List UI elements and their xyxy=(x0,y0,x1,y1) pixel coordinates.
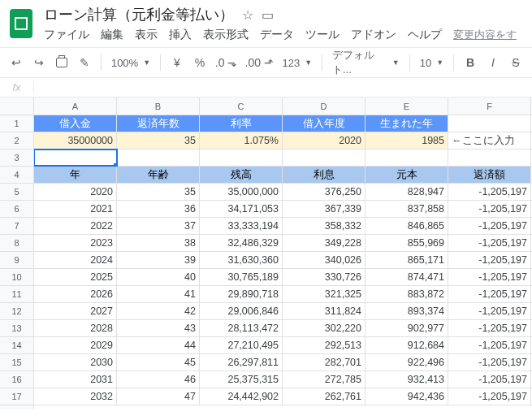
cell[interactable]: 生まれた年 xyxy=(365,115,448,132)
cell[interactable]: 28,113,472 xyxy=(200,320,283,336)
cell[interactable]: 874,471 xyxy=(365,269,448,285)
cell[interactable]: 35,000,000 xyxy=(200,184,283,200)
row-header[interactable]: 11 xyxy=(0,286,33,303)
cell[interactable]: 27,210,495 xyxy=(200,337,283,353)
cell[interactable]: 292,513 xyxy=(283,337,365,353)
cell[interactable]: 40 xyxy=(117,269,200,285)
cell[interactable]: 282,701 xyxy=(283,354,365,370)
cell[interactable]: 932,413 xyxy=(365,371,448,388)
menu-format[interactable]: 表示形式 xyxy=(203,28,249,42)
cell[interactable]: 272,785 xyxy=(283,371,365,388)
row-header[interactable]: 17 xyxy=(0,388,33,405)
row-header[interactable]: 15 xyxy=(0,354,33,371)
cell[interactable]: -1,205,197 xyxy=(448,201,531,217)
cell[interactable]: 38 xyxy=(117,235,200,251)
cell[interactable]: 330,726 xyxy=(283,269,365,285)
cell[interactable]: 855,969 xyxy=(365,235,448,251)
cell[interactable]: 2022 xyxy=(34,218,117,234)
font-select[interactable]: デフォルト...▼ xyxy=(329,48,403,77)
italic-button[interactable]: I xyxy=(483,52,503,73)
cell[interactable]: -1,205,197 xyxy=(448,235,531,251)
row-header[interactable]: 2 xyxy=(0,132,33,150)
cell[interactable]: 2030 xyxy=(34,354,117,370)
change-history-link[interactable]: 変更内容をす xyxy=(453,28,517,42)
cell[interactable]: 2027 xyxy=(34,303,117,319)
row-header[interactable]: 6 xyxy=(0,201,33,218)
cell[interactable]: -1,205,197 xyxy=(448,303,531,319)
cell[interactable] xyxy=(448,115,531,132)
percent-button[interactable]: % xyxy=(190,52,210,73)
menu-tools[interactable]: ツール xyxy=(305,28,340,42)
cell[interactable]: 46 xyxy=(117,371,200,388)
cell[interactable]: 2025 xyxy=(34,269,117,285)
print-icon[interactable] xyxy=(52,52,71,73)
cell[interactable] xyxy=(448,150,531,166)
cell[interactable]: 26,297,811 xyxy=(200,354,283,370)
cell[interactable]: -1,205,197 xyxy=(448,354,531,370)
cell[interactable] xyxy=(200,150,283,166)
select-all-corner[interactable] xyxy=(0,98,34,115)
row-header[interactable]: 13 xyxy=(0,320,33,337)
cell[interactable]: 45 xyxy=(117,354,200,370)
cell[interactable]: 29,006,846 xyxy=(200,303,283,319)
cell[interactable]: -1,205,197 xyxy=(448,371,531,388)
cell[interactable]: 35 xyxy=(117,184,200,200)
col-header[interactable]: C xyxy=(200,98,283,115)
menu-help[interactable]: ヘルプ xyxy=(408,28,442,42)
cell[interactable]: -1,205,197 xyxy=(448,252,531,268)
cell[interactable]: 311,824 xyxy=(283,303,365,319)
cell[interactable]: 846,865 xyxy=(365,218,448,234)
row-header[interactable]: 8 xyxy=(0,235,33,252)
cell[interactable]: 31,630,360 xyxy=(200,252,283,268)
row-header[interactable]: 16 xyxy=(0,371,33,388)
cell[interactable]: 43 xyxy=(117,320,200,336)
cell[interactable]: 2021 xyxy=(34,201,117,217)
cell[interactable]: 借入金 xyxy=(34,115,117,132)
cell[interactable]: 837,858 xyxy=(365,201,448,217)
col-header[interactable]: B xyxy=(117,98,200,115)
cell[interactable]: 返済額 xyxy=(448,167,531,183)
cell[interactable]: 2024 xyxy=(34,252,117,268)
cell[interactable]: -1,205,197 xyxy=(448,184,531,200)
cell[interactable]: 37 xyxy=(117,218,200,234)
formula-input[interactable] xyxy=(34,81,532,93)
cell[interactable]: 302,220 xyxy=(283,320,365,336)
cell[interactable]: 25,375,315 xyxy=(200,371,283,388)
row-header[interactable]: 10 xyxy=(0,269,33,286)
cell[interactable]: -1,205,197 xyxy=(448,337,531,353)
menu-file[interactable]: ファイル xyxy=(44,28,89,42)
font-size-select[interactable]: 10▼ xyxy=(417,57,447,69)
cell[interactable]: 922,496 xyxy=(365,354,448,370)
cell[interactable]: 41 xyxy=(117,286,200,302)
row-header[interactable]: 3 xyxy=(0,150,33,167)
row-header[interactable]: 14 xyxy=(0,337,33,354)
cell[interactable]: 349,228 xyxy=(283,235,365,251)
move-folder-icon[interactable]: ▭ xyxy=(262,7,274,23)
cell[interactable]: -1,205,197 xyxy=(448,320,531,336)
cell[interactable]: 893,374 xyxy=(365,303,448,319)
undo-icon[interactable]: ↩ xyxy=(6,52,26,73)
cell[interactable]: -1,205,197 xyxy=(448,218,531,234)
cell[interactable]: 262,761 xyxy=(283,388,365,405)
cell[interactable]: 33,333,194 xyxy=(200,218,283,234)
star-icon[interactable]: ☆ xyxy=(242,7,253,23)
row-header[interactable]: 12 xyxy=(0,303,33,320)
row-header[interactable]: 1 xyxy=(0,115,33,132)
row-header[interactable]: 4 xyxy=(0,167,33,184)
grid[interactable]: 借入金返済年数利率借入年度生まれた年35000000351.075%202019… xyxy=(34,115,532,410)
cell[interactable]: 912,684 xyxy=(365,337,448,353)
cell[interactable] xyxy=(283,150,365,166)
cell[interactable] xyxy=(365,150,448,166)
row-header[interactable]: 7 xyxy=(0,218,33,235)
zoom-select[interactable]: 100%▼ xyxy=(108,57,154,69)
cell[interactable]: 321,325 xyxy=(283,286,365,302)
strike-button[interactable]: S xyxy=(506,52,526,73)
cell[interactable]: 元本 xyxy=(365,167,448,183)
cell[interactable] xyxy=(117,150,200,166)
col-header[interactable]: E xyxy=(365,98,448,115)
cell[interactable]: 30,765,189 xyxy=(200,269,283,285)
cell[interactable]: 883,872 xyxy=(365,286,448,302)
cell[interactable]: 2020 xyxy=(283,132,365,149)
cell[interactable]: 2032 xyxy=(34,388,117,405)
cell[interactable]: ←ここに入力 xyxy=(448,132,531,149)
